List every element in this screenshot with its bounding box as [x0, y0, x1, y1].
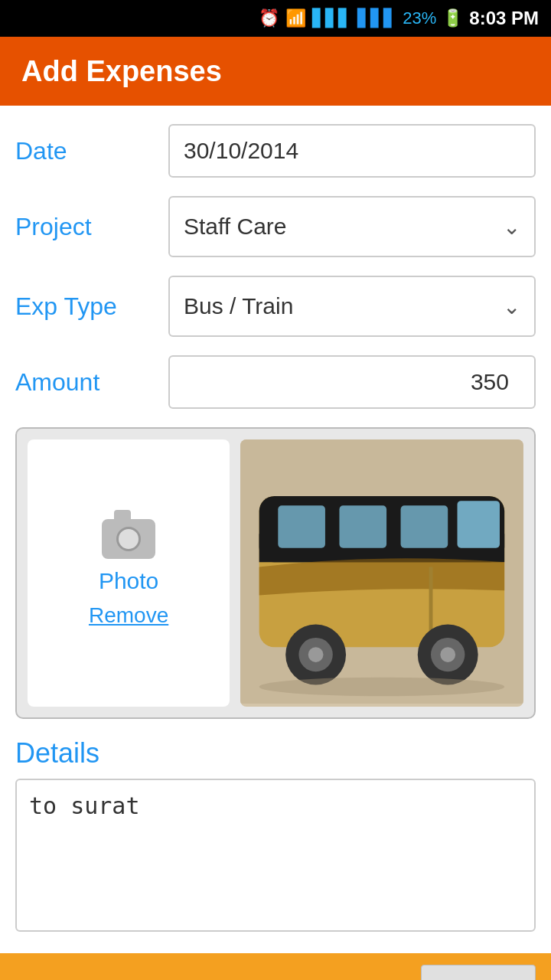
svg-point-15: [259, 678, 505, 697]
project-dropdown[interactable]: Staff Care ⌄: [168, 196, 536, 257]
photo-label: Photo: [99, 568, 158, 594]
chevron-down-icon-2: ⌄: [503, 294, 520, 319]
project-value: Staff Care: [184, 214, 287, 240]
camera-icon: [102, 519, 155, 559]
status-bar: ⏰ 📶 ▋▋▋ ▋▋▋ 23% 🔋 8:03 PM: [0, 0, 551, 37]
status-time: 8:03 PM: [469, 8, 539, 29]
project-row: Project Staff Care ⌄: [15, 196, 536, 257]
details-label: Details: [15, 737, 536, 769]
signal-icon-2: ▋▋▋: [357, 8, 396, 28]
bus-svg: [240, 439, 523, 704]
svg-point-14: [441, 647, 456, 662]
chevron-down-icon: ⌄: [503, 214, 520, 240]
date-label: Date: [15, 137, 168, 165]
bottom-bar: Save: [0, 953, 551, 980]
date-input[interactable]: [168, 124, 536, 178]
exp-type-row: Exp Type Bus / Train ⌄: [15, 276, 536, 337]
app-header: Add Expenses: [0, 37, 551, 106]
save-button[interactable]: Save: [421, 965, 536, 980]
camera-bump: [114, 510, 131, 521]
main-content: Date Project Staff Care ⌄ Exp Type Bus /…: [0, 106, 551, 953]
battery-percent: 23%: [403, 8, 436, 28]
page-title: Add Expenses: [21, 55, 222, 88]
photo-section: Photo Remove: [15, 427, 536, 719]
amount-row: Amount: [15, 355, 536, 409]
amount-input[interactable]: [168, 355, 536, 409]
details-textarea[interactable]: to surat: [15, 779, 536, 932]
svg-rect-6: [401, 505, 448, 547]
alarm-icon: ⏰: [259, 8, 279, 28]
date-row: Date: [15, 124, 536, 178]
details-section: Details to surat: [15, 737, 536, 935]
status-icons: ⏰ 📶 ▋▋▋ ▋▋▋ 23% 🔋 8:03 PM: [259, 8, 539, 29]
remove-button[interactable]: Remove: [89, 603, 168, 628]
exp-type-label: Exp Type: [15, 292, 168, 321]
svg-rect-8: [458, 501, 500, 548]
svg-rect-4: [278, 505, 325, 547]
photo-placeholder[interactable]: Photo Remove: [28, 439, 230, 707]
svg-rect-5: [340, 505, 387, 547]
svg-point-11: [308, 647, 324, 662]
signal-icon: ▋▋▋: [312, 8, 351, 28]
camera-lens: [116, 527, 141, 551]
battery-icon: 🔋: [442, 8, 463, 28]
project-label: Project: [15, 213, 168, 241]
exp-type-dropdown[interactable]: Bus / Train ⌄: [168, 276, 536, 337]
amount-label: Amount: [15, 368, 168, 397]
exp-type-value: Bus / Train: [184, 293, 293, 319]
wifi-icon: 📶: [285, 8, 306, 28]
bus-photo: [240, 439, 523, 707]
